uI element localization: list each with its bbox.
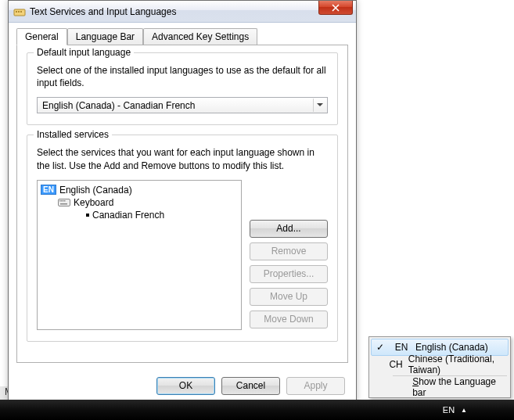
tab-row: General Language Bar Advanced Key Settin… — [16, 28, 348, 45]
svg-rect-6 — [61, 200, 63, 202]
tree-category-node[interactable]: Keyboard — [39, 196, 239, 209]
close-button[interactable] — [318, 1, 353, 15]
language-switch-menu: ✓ EN English (Canada) CH Chinese (Tradit… — [368, 336, 511, 398]
svg-rect-9 — [60, 203, 67, 205]
bullet-icon — [86, 214, 89, 217]
move-down-button: Move Down — [250, 311, 328, 328]
tab-language-bar[interactable]: Language Bar — [67, 28, 143, 45]
installed-services-tree[interactable]: EN English (Canada) Keyboard Canadian Fr… — [37, 180, 242, 330]
lang-code: CH — [388, 359, 403, 370]
move-up-button: Move Up — [250, 288, 328, 306]
taskbar: EN ▲ — [0, 400, 514, 420]
keyboard-icon — [58, 198, 70, 207]
keyboard-layout-icon — [13, 5, 26, 18]
svg-rect-7 — [63, 200, 64, 202]
svg-rect-1 — [16, 11, 17, 13]
dialog-body: General Language Bar Advanced Key Settin… — [9, 23, 356, 371]
show-language-bar-label: Show the Language bar — [412, 376, 505, 398]
chevron-down-icon — [313, 99, 325, 112]
svg-rect-3 — [20, 11, 22, 13]
lang-label: English (Canada) — [415, 342, 488, 353]
taskbar-language-indicator[interactable]: EN — [443, 405, 455, 415]
default-language-legend: Default input language — [34, 47, 134, 58]
text-services-dialog: Text Services and Input Languages Genera… — [8, 0, 357, 405]
lang-menu-item-ch[interactable]: CH Chinese (Traditional, Taiwan) — [371, 356, 509, 373]
default-language-group: Default input language Select one of the… — [27, 52, 338, 125]
default-language-dropdown[interactable]: English (Canada) - Canadian French — [37, 97, 328, 113]
installed-services-legend: Installed services — [34, 129, 112, 140]
svg-rect-5 — [59, 200, 61, 202]
apply-button: Apply — [286, 377, 345, 395]
add-button[interactable]: Add... — [250, 220, 328, 238]
installed-services-group: Installed services Select the services t… — [27, 135, 338, 341]
tree-category-label: Keyboard — [74, 197, 113, 208]
tray-overflow-icon[interactable]: ▲ — [461, 407, 467, 414]
close-icon — [332, 4, 340, 12]
tree-layout-node[interactable]: Canadian French — [39, 209, 239, 221]
tree-layout-label: Canadian French — [92, 210, 164, 221]
title-bar[interactable]: Text Services and Input Languages — [9, 1, 356, 23]
tab-content-general: Default input language Select one of the… — [16, 45, 348, 363]
service-buttons: Add... Remove Properties... Move Up Move… — [250, 180, 328, 330]
tab-advanced-key-settings[interactable]: Advanced Key Settings — [143, 28, 257, 45]
lang-menu-show-bar[interactable]: Show the Language bar — [371, 379, 509, 396]
lang-label: Chinese (Traditional, Taiwan) — [408, 354, 505, 375]
ok-button[interactable]: OK — [156, 377, 215, 395]
cancel-button[interactable]: Cancel — [221, 377, 280, 395]
svg-rect-8 — [64, 200, 66, 202]
dialog-title: Text Services and Input Languages — [30, 6, 176, 17]
language-badge-icon: EN — [41, 185, 56, 195]
svg-rect-4 — [59, 199, 70, 206]
lang-code: EN — [392, 342, 411, 353]
installed-services-desc: Select the services that you want for ea… — [37, 146, 328, 171]
tree-lang-node[interactable]: EN English (Canada) — [39, 184, 239, 196]
tree-lang-label: English (Canada) — [59, 185, 132, 196]
check-icon: ✓ — [373, 342, 387, 353]
properties-button: Properties... — [250, 265, 328, 283]
remove-button: Remove — [250, 242, 328, 260]
svg-rect-2 — [18, 11, 20, 13]
default-language-desc: Select one of the installed input langua… — [37, 64, 328, 89]
default-language-selected: English (Canada) - Canadian French — [42, 100, 195, 111]
tab-general[interactable]: General — [16, 28, 67, 45]
